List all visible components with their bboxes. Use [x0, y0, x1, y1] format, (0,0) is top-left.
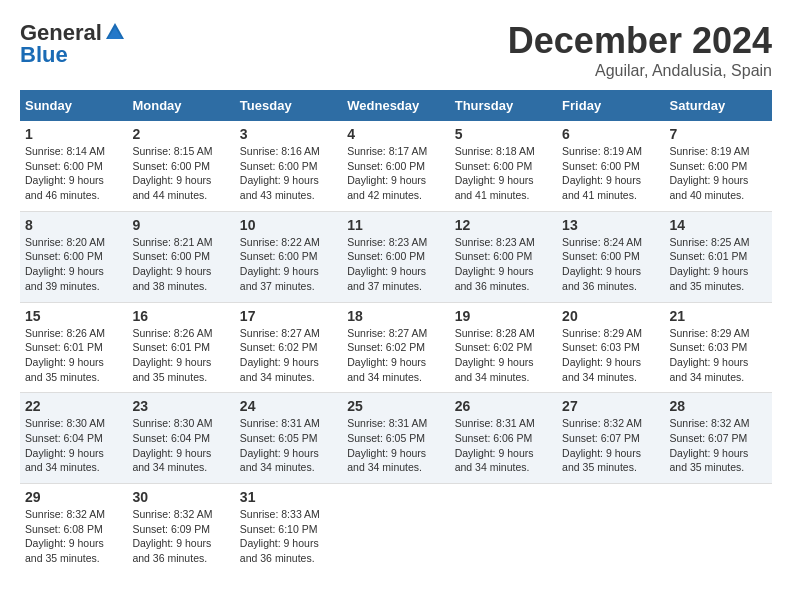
day-info: Sunrise: 8:23 AMSunset: 6:00 PMDaylight:… — [455, 236, 535, 292]
day-info: Sunrise: 8:29 AMSunset: 6:03 PMDaylight:… — [670, 327, 750, 383]
calendar-cell: 30 Sunrise: 8:32 AMSunset: 6:09 PMDaylig… — [127, 484, 234, 574]
calendar-cell: 13 Sunrise: 8:24 AMSunset: 6:00 PMDaylig… — [557, 211, 664, 302]
calendar-cell: 23 Sunrise: 8:30 AMSunset: 6:04 PMDaylig… — [127, 393, 234, 484]
day-info: Sunrise: 8:19 AMSunset: 6:00 PMDaylight:… — [562, 145, 642, 201]
weekday-header-tuesday: Tuesday — [235, 90, 342, 121]
day-info: Sunrise: 8:25 AMSunset: 6:01 PMDaylight:… — [670, 236, 750, 292]
day-number: 14 — [670, 217, 767, 233]
calendar-cell: 11 Sunrise: 8:23 AMSunset: 6:00 PMDaylig… — [342, 211, 449, 302]
day-number: 10 — [240, 217, 337, 233]
day-info: Sunrise: 8:31 AMSunset: 6:05 PMDaylight:… — [240, 417, 320, 473]
day-number: 6 — [562, 126, 659, 142]
day-info: Sunrise: 8:29 AMSunset: 6:03 PMDaylight:… — [562, 327, 642, 383]
day-info: Sunrise: 8:28 AMSunset: 6:02 PMDaylight:… — [455, 327, 535, 383]
day-number: 28 — [670, 398, 767, 414]
calendar-cell: 21 Sunrise: 8:29 AMSunset: 6:03 PMDaylig… — [665, 302, 772, 393]
day-info: Sunrise: 8:14 AMSunset: 6:00 PMDaylight:… — [25, 145, 105, 201]
day-info: Sunrise: 8:20 AMSunset: 6:00 PMDaylight:… — [25, 236, 105, 292]
weekday-header-row: SundayMondayTuesdayWednesdayThursdayFrid… — [20, 90, 772, 121]
day-info: Sunrise: 8:31 AMSunset: 6:05 PMDaylight:… — [347, 417, 427, 473]
day-info: Sunrise: 8:18 AMSunset: 6:00 PMDaylight:… — [455, 145, 535, 201]
day-number: 5 — [455, 126, 552, 142]
day-info: Sunrise: 8:21 AMSunset: 6:00 PMDaylight:… — [132, 236, 212, 292]
week-row-3: 15 Sunrise: 8:26 AMSunset: 6:01 PMDaylig… — [20, 302, 772, 393]
day-number: 15 — [25, 308, 122, 324]
calendar-cell — [450, 484, 557, 574]
day-info: Sunrise: 8:19 AMSunset: 6:00 PMDaylight:… — [670, 145, 750, 201]
calendar-cell: 22 Sunrise: 8:30 AMSunset: 6:04 PMDaylig… — [20, 393, 127, 484]
calendar-cell: 3 Sunrise: 8:16 AMSunset: 6:00 PMDayligh… — [235, 121, 342, 211]
calendar-cell: 7 Sunrise: 8:19 AMSunset: 6:00 PMDayligh… — [665, 121, 772, 211]
calendar-cell: 20 Sunrise: 8:29 AMSunset: 6:03 PMDaylig… — [557, 302, 664, 393]
day-info: Sunrise: 8:32 AMSunset: 6:07 PMDaylight:… — [562, 417, 642, 473]
logo: General Blue — [20, 20, 126, 68]
logo-blue: Blue — [20, 42, 68, 68]
day-number: 17 — [240, 308, 337, 324]
day-number: 7 — [670, 126, 767, 142]
weekday-header-monday: Monday — [127, 90, 234, 121]
calendar-cell: 16 Sunrise: 8:26 AMSunset: 6:01 PMDaylig… — [127, 302, 234, 393]
day-number: 13 — [562, 217, 659, 233]
week-row-1: 1 Sunrise: 8:14 AMSunset: 6:00 PMDayligh… — [20, 121, 772, 211]
weekday-header-thursday: Thursday — [450, 90, 557, 121]
day-number: 11 — [347, 217, 444, 233]
week-row-5: 29 Sunrise: 8:32 AMSunset: 6:08 PMDaylig… — [20, 484, 772, 574]
day-number: 31 — [240, 489, 337, 505]
calendar-cell: 9 Sunrise: 8:21 AMSunset: 6:00 PMDayligh… — [127, 211, 234, 302]
day-number: 1 — [25, 126, 122, 142]
calendar-cell: 29 Sunrise: 8:32 AMSunset: 6:08 PMDaylig… — [20, 484, 127, 574]
page-header: General Blue December 2024 Aguilar, Anda… — [20, 20, 772, 80]
day-number: 2 — [132, 126, 229, 142]
calendar-table: SundayMondayTuesdayWednesdayThursdayFrid… — [20, 90, 772, 574]
week-row-4: 22 Sunrise: 8:30 AMSunset: 6:04 PMDaylig… — [20, 393, 772, 484]
day-number: 26 — [455, 398, 552, 414]
day-info: Sunrise: 8:30 AMSunset: 6:04 PMDaylight:… — [132, 417, 212, 473]
day-number: 22 — [25, 398, 122, 414]
calendar-cell: 1 Sunrise: 8:14 AMSunset: 6:00 PMDayligh… — [20, 121, 127, 211]
month-title: December 2024 — [508, 20, 772, 62]
day-info: Sunrise: 8:24 AMSunset: 6:00 PMDaylight:… — [562, 236, 642, 292]
day-number: 16 — [132, 308, 229, 324]
calendar-cell: 17 Sunrise: 8:27 AMSunset: 6:02 PMDaylig… — [235, 302, 342, 393]
weekday-header-sunday: Sunday — [20, 90, 127, 121]
calendar-cell: 27 Sunrise: 8:32 AMSunset: 6:07 PMDaylig… — [557, 393, 664, 484]
day-number: 3 — [240, 126, 337, 142]
calendar-cell — [557, 484, 664, 574]
location-title: Aguilar, Andalusia, Spain — [508, 62, 772, 80]
day-info: Sunrise: 8:32 AMSunset: 6:08 PMDaylight:… — [25, 508, 105, 564]
day-number: 23 — [132, 398, 229, 414]
calendar-cell: 25 Sunrise: 8:31 AMSunset: 6:05 PMDaylig… — [342, 393, 449, 484]
calendar-cell: 28 Sunrise: 8:32 AMSunset: 6:07 PMDaylig… — [665, 393, 772, 484]
day-info: Sunrise: 8:27 AMSunset: 6:02 PMDaylight:… — [347, 327, 427, 383]
day-number: 24 — [240, 398, 337, 414]
calendar-cell: 31 Sunrise: 8:33 AMSunset: 6:10 PMDaylig… — [235, 484, 342, 574]
day-info: Sunrise: 8:26 AMSunset: 6:01 PMDaylight:… — [25, 327, 105, 383]
logo-icon — [104, 21, 126, 43]
weekday-header-wednesday: Wednesday — [342, 90, 449, 121]
day-info: Sunrise: 8:30 AMSunset: 6:04 PMDaylight:… — [25, 417, 105, 473]
calendar-cell: 6 Sunrise: 8:19 AMSunset: 6:00 PMDayligh… — [557, 121, 664, 211]
day-info: Sunrise: 8:32 AMSunset: 6:07 PMDaylight:… — [670, 417, 750, 473]
day-number: 4 — [347, 126, 444, 142]
day-info: Sunrise: 8:26 AMSunset: 6:01 PMDaylight:… — [132, 327, 212, 383]
day-info: Sunrise: 8:23 AMSunset: 6:00 PMDaylight:… — [347, 236, 427, 292]
day-info: Sunrise: 8:27 AMSunset: 6:02 PMDaylight:… — [240, 327, 320, 383]
calendar-cell: 26 Sunrise: 8:31 AMSunset: 6:06 PMDaylig… — [450, 393, 557, 484]
calendar-cell: 8 Sunrise: 8:20 AMSunset: 6:00 PMDayligh… — [20, 211, 127, 302]
day-number: 8 — [25, 217, 122, 233]
calendar-cell: 4 Sunrise: 8:17 AMSunset: 6:00 PMDayligh… — [342, 121, 449, 211]
calendar-cell: 5 Sunrise: 8:18 AMSunset: 6:00 PMDayligh… — [450, 121, 557, 211]
calendar-cell: 24 Sunrise: 8:31 AMSunset: 6:05 PMDaylig… — [235, 393, 342, 484]
day-info: Sunrise: 8:31 AMSunset: 6:06 PMDaylight:… — [455, 417, 535, 473]
day-number: 27 — [562, 398, 659, 414]
calendar-cell: 12 Sunrise: 8:23 AMSunset: 6:00 PMDaylig… — [450, 211, 557, 302]
day-number: 25 — [347, 398, 444, 414]
day-info: Sunrise: 8:17 AMSunset: 6:00 PMDaylight:… — [347, 145, 427, 201]
week-row-2: 8 Sunrise: 8:20 AMSunset: 6:00 PMDayligh… — [20, 211, 772, 302]
day-number: 21 — [670, 308, 767, 324]
day-number: 20 — [562, 308, 659, 324]
day-number: 30 — [132, 489, 229, 505]
title-area: December 2024 Aguilar, Andalusia, Spain — [508, 20, 772, 80]
day-info: Sunrise: 8:15 AMSunset: 6:00 PMDaylight:… — [132, 145, 212, 201]
calendar-cell: 18 Sunrise: 8:27 AMSunset: 6:02 PMDaylig… — [342, 302, 449, 393]
